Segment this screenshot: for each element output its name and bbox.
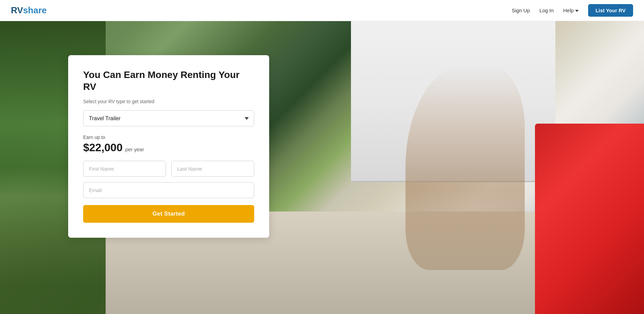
navbar: RVshare Sign Up Log In Help List Your RV bbox=[0, 0, 644, 21]
logo-share: share bbox=[23, 5, 47, 16]
form-card: You Can Earn Money Renting Your RV Selec… bbox=[68, 55, 269, 238]
help-label: Help bbox=[563, 7, 574, 13]
first-name-input[interactable] bbox=[83, 161, 166, 177]
last-name-input[interactable] bbox=[171, 161, 254, 177]
earn-period: per year bbox=[125, 146, 144, 152]
hero-car bbox=[535, 124, 644, 314]
logo-rv: RV bbox=[11, 5, 23, 16]
form-title: You Can Earn Money Renting Your RV bbox=[83, 69, 254, 93]
help-chevron-icon bbox=[575, 10, 579, 12]
help-link[interactable]: Help bbox=[563, 7, 579, 13]
get-started-button[interactable]: Get Started bbox=[83, 205, 254, 223]
logo[interactable]: RVshare bbox=[11, 5, 47, 16]
login-link[interactable]: Log In bbox=[539, 7, 554, 13]
rv-type-select[interactable]: Travel Trailer Motorhome Fifth Wheel Cam… bbox=[83, 110, 254, 126]
earn-amount: $22,000 bbox=[83, 141, 123, 154]
email-input[interactable] bbox=[83, 182, 254, 198]
earn-label: Earn up to bbox=[83, 135, 254, 140]
rv-type-select-wrapper: Travel Trailer Motorhome Fifth Wheel Cam… bbox=[83, 110, 254, 126]
form-subtitle: Select your RV type to get started bbox=[83, 99, 254, 104]
name-fields-row bbox=[83, 161, 254, 177]
list-rv-button[interactable]: List Your RV bbox=[588, 4, 633, 17]
hero-people bbox=[405, 65, 525, 270]
email-row bbox=[83, 182, 254, 198]
signup-link[interactable]: Sign Up bbox=[512, 7, 530, 13]
earn-section: Earn up to $22,000per year bbox=[83, 135, 254, 154]
nav-right: Sign Up Log In Help List Your RV bbox=[512, 4, 633, 17]
